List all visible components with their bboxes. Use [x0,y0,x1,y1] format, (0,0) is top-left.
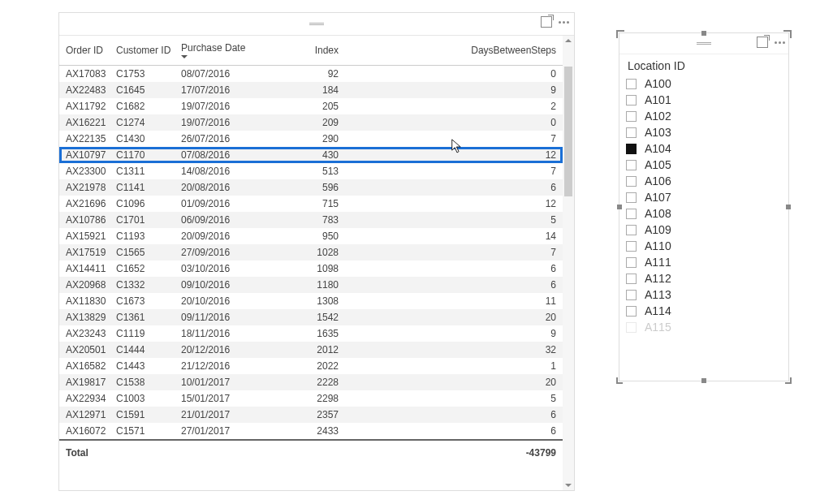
cell-order_id: AX17083 [59,66,110,83]
slicer-item-label: A111 [645,256,671,269]
focus-mode-icon[interactable] [541,16,552,28]
checkbox-icon[interactable] [626,79,637,89]
cell-customer_id: C1538 [110,374,175,390]
cell-index: 513 [256,163,345,179]
slicer-visual[interactable]: Location ID A100A101A102A103A104A105A106… [619,32,789,381]
cell-days: 14 [345,228,563,244]
table-row[interactable]: AX13829C136109/11/2016154220 [59,309,563,325]
table-row[interactable]: AX22483C164517/07/20161849 [59,82,563,98]
table-row[interactable]: AX15921C119320/09/201695014 [59,228,563,244]
cell-purchase_date: 19/07/2016 [175,98,256,114]
cell-days: 7 [345,131,563,147]
checkbox-icon[interactable] [626,209,637,219]
table-row[interactable]: AX16072C157127/01/201724336 [59,423,563,440]
cell-purchase_date: 08/07/2016 [175,66,256,83]
slicer-item[interactable]: A106 [626,173,782,189]
table-row[interactable]: AX14411C165203/10/201610986 [59,261,563,277]
slicer-item[interactable]: A109 [626,222,782,238]
cell-order_id: AX23300 [59,163,110,179]
cell-customer_id: C1119 [110,325,175,342]
cell-order_id: AX22483 [59,82,110,98]
slicer-item[interactable]: A101 [626,92,782,108]
checkbox-icon[interactable] [626,160,637,170]
table-row[interactable]: AX17083C175308/07/2016920 [59,66,563,83]
checkbox-icon[interactable] [626,225,637,235]
more-options-icon[interactable] [559,21,569,24]
slicer-item-label: A105 [645,158,671,171]
cell-index: 205 [256,98,345,114]
table-row[interactable]: AX21978C114120/08/20165966 [59,179,563,196]
focus-mode-icon[interactable] [757,37,768,48]
table-row[interactable]: AX11830C167320/10/2016130811 [59,293,563,309]
cell-customer_id: C1311 [110,163,175,179]
table-row[interactable]: AX16221C127419/07/20162090 [59,114,563,131]
cell-order_id: AX20501 [59,342,110,358]
table-row[interactable]: AX17519C156527/09/201610287 [59,244,563,261]
table-row[interactable]: AX20501C144420/12/2016201232 [59,342,563,358]
slicer-item[interactable]: A107 [626,189,782,205]
cell-customer_id: C1444 [110,342,175,358]
col-order-id[interactable]: Order ID [59,36,110,66]
scroll-down-icon[interactable] [563,479,574,490]
cell-customer_id: C1652 [110,261,175,277]
slicer-item[interactable]: A112 [626,270,782,286]
cell-customer_id: C1591 [110,407,175,423]
table-row[interactable]: AX10797C117007/08/201643012 [59,147,563,163]
slicer-item-label: A106 [645,174,671,187]
slicer-item[interactable]: A113 [626,286,782,303]
table-row[interactable]: AX11792C168219/07/20162052 [59,98,563,114]
table-row[interactable]: AX23243C111918/11/201616359 [59,325,563,342]
checkbox-icon[interactable] [626,290,637,300]
col-customer-id[interactable]: Customer ID [110,36,175,66]
slicer-title: Location ID [619,54,788,75]
slicer-item-label: A103 [645,126,671,139]
col-purchase-date[interactable]: Purchase Date [175,36,256,66]
vertical-scrollbar[interactable] [563,36,574,490]
cell-days: 12 [345,147,563,163]
table-row[interactable]: AX21696C109601/09/201671512 [59,196,563,212]
checkbox-icon[interactable] [626,306,637,317]
slicer-item[interactable]: A114 [626,303,782,319]
table-row[interactable]: AX19817C153810/01/2017222820 [59,374,563,390]
more-options-icon[interactable] [775,41,785,44]
slicer-item[interactable]: A104 [626,140,782,157]
checkbox-icon[interactable] [626,127,637,138]
table-drag-bar[interactable] [59,13,574,36]
scroll-up-icon[interactable] [563,36,574,47]
checkbox-icon[interactable] [626,241,637,252]
cell-days: 0 [345,114,563,131]
table-row[interactable]: AX22135C143026/07/20162907 [59,131,563,147]
cell-days: 6 [345,277,563,293]
slicer-item-label: A101 [645,93,671,106]
slicer-item[interactable]: A102 [626,108,782,124]
checkbox-icon[interactable] [626,322,637,333]
cell-index: 783 [256,212,345,228]
slicer-item[interactable]: A111 [626,254,782,270]
table-row[interactable]: AX22934C100315/01/201722985 [59,390,563,407]
table-row[interactable]: AX23300C131114/08/20165137 [59,163,563,179]
slicer-item-label: A115 [645,321,671,334]
checkbox-icon[interactable] [626,176,637,187]
table-row[interactable]: AX12971C159121/01/201723576 [59,407,563,423]
slicer-item[interactable]: A115 [626,319,782,335]
scroll-thumb[interactable] [564,67,572,196]
checkbox-icon[interactable] [626,111,637,122]
checkbox-icon[interactable] [626,192,637,203]
table-row[interactable]: AX16582C144321/12/201620221 [59,358,563,374]
checkbox-icon[interactable] [626,274,637,284]
slicer-drag-bar[interactable] [619,33,788,54]
slicer-item[interactable]: A103 [626,124,782,140]
slicer-item[interactable]: A100 [626,75,782,92]
checkbox-icon[interactable] [626,95,637,106]
slicer-item[interactable]: A105 [626,157,782,173]
cell-purchase_date: 19/07/2016 [175,114,256,131]
col-days-between[interactable]: DaysBetweenSteps [345,36,563,66]
cell-customer_id: C1096 [110,196,175,212]
slicer-item[interactable]: A110 [626,238,782,254]
table-row[interactable]: AX20968C133209/10/201611806 [59,277,563,293]
checkbox-icon[interactable] [626,144,637,154]
col-index[interactable]: Index [256,36,345,66]
slicer-item[interactable]: A108 [626,205,782,222]
checkbox-icon[interactable] [626,257,637,268]
table-row[interactable]: AX10786C170106/09/20167835 [59,212,563,228]
